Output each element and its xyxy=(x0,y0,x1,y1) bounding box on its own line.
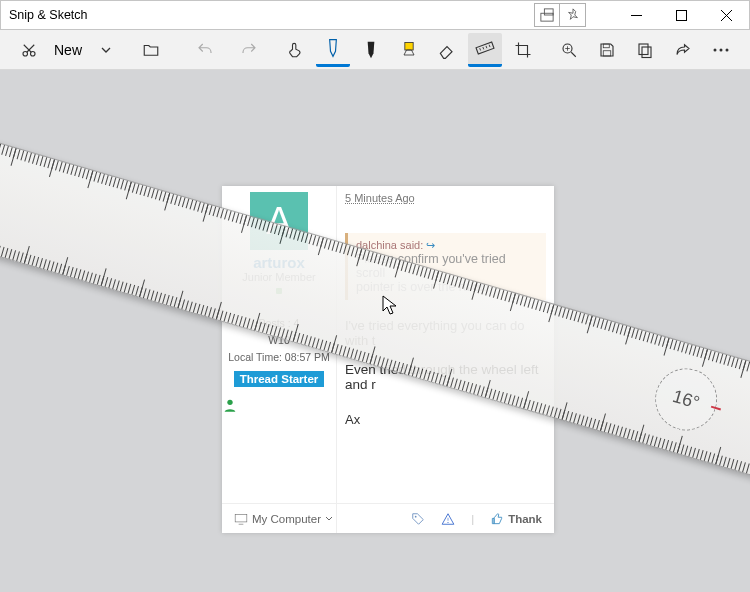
svg-rect-11 xyxy=(476,42,494,54)
title-bar: Snip & Sketch xyxy=(0,0,750,30)
tag-icon[interactable] xyxy=(411,512,425,526)
undo-button[interactable] xyxy=(188,33,222,67)
zoom-button[interactable] xyxy=(552,33,586,67)
report-icon[interactable] xyxy=(441,512,455,526)
window-title: Snip & Sketch xyxy=(1,8,88,22)
post-line2: Even tried through the wheel left and r xyxy=(345,362,546,392)
save-button[interactable] xyxy=(590,33,624,67)
post-timestamp[interactable]: 5 Minutes Ago xyxy=(345,192,415,204)
svg-line-15 xyxy=(489,45,490,47)
svg-line-13 xyxy=(483,47,484,49)
close-button[interactable] xyxy=(704,1,749,29)
svg-point-30 xyxy=(415,515,417,517)
compact-mode-button[interactable] xyxy=(535,4,560,26)
svg-point-25 xyxy=(720,48,723,51)
ballpoint-pen-button[interactable] xyxy=(316,33,350,67)
username: arturox xyxy=(222,254,336,271)
post-user-panel: A arturox Junior Member Posts : 4 W10 Lo… xyxy=(222,186,337,533)
canvas-area[interactable]: A arturox Junior Member Posts : 4 W10 Lo… xyxy=(0,70,750,592)
quote-from: dalchina said: xyxy=(356,239,423,251)
svg-point-32 xyxy=(448,521,449,522)
ruler-angle-value: 16° xyxy=(670,386,702,414)
svg-rect-1 xyxy=(544,9,553,15)
pin-button[interactable] xyxy=(560,4,585,26)
svg-rect-0 xyxy=(541,13,553,21)
profile-icon[interactable] xyxy=(222,397,336,413)
my-computer-button[interactable]: My Computer xyxy=(234,513,333,525)
pin-controls xyxy=(534,3,586,27)
more-button[interactable] xyxy=(704,33,738,67)
quote-text: Please confirm you've tried scroll point… xyxy=(356,252,538,294)
forum-post-card: A arturox Junior Member Posts : 4 W10 Lo… xyxy=(222,186,554,533)
localtime-value: 08:57 PM xyxy=(285,351,330,363)
svg-rect-21 xyxy=(603,50,611,55)
thread-starter-badge: Thread Starter xyxy=(234,371,325,387)
goto-quote-icon[interactable]: ↪ xyxy=(426,239,435,251)
quote-block: dalchina said: ↪ Please confirm you've t… xyxy=(345,233,546,300)
ruler-button[interactable] xyxy=(468,33,502,67)
svg-rect-22 xyxy=(639,44,648,55)
thank-button[interactable]: Thank xyxy=(490,512,542,526)
new-label: New xyxy=(54,42,82,58)
user-os: W10 xyxy=(222,332,336,349)
post-line1: I've tried everything you can do with t xyxy=(345,318,546,348)
svg-line-14 xyxy=(486,46,487,48)
svg-point-26 xyxy=(726,48,729,51)
new-snip-button[interactable] xyxy=(12,33,46,67)
svg-rect-23 xyxy=(642,47,651,58)
crop-button[interactable] xyxy=(506,33,540,67)
post-footer: My Computer | Thank xyxy=(222,503,554,533)
online-indicator-icon xyxy=(276,288,282,294)
my-computer-label: My Computer xyxy=(252,513,321,525)
open-file-button[interactable] xyxy=(134,33,168,67)
copy-button[interactable] xyxy=(628,33,662,67)
svg-point-24 xyxy=(714,48,717,51)
user-rank: Junior Member xyxy=(222,271,336,283)
redo-button[interactable] xyxy=(232,33,266,67)
thank-label: Thank xyxy=(508,513,542,525)
user-meta: Posts : 4 W10 Local Time: 08:57 PM xyxy=(222,315,336,365)
maximize-button[interactable] xyxy=(659,1,704,29)
svg-rect-3 xyxy=(677,10,687,20)
localtime-label: Local Time: xyxy=(228,351,282,363)
highlighter-button[interactable] xyxy=(392,33,426,67)
minimize-button[interactable] xyxy=(614,1,659,29)
svg-point-27 xyxy=(227,400,232,405)
post-body: 5 Minutes Ago dalchina said: ↪ Please co… xyxy=(337,186,554,533)
pencil-button[interactable] xyxy=(354,33,388,67)
eraser-button[interactable] xyxy=(430,33,464,67)
avatar: A xyxy=(250,192,308,250)
posts-label: Posts : xyxy=(259,317,291,329)
ruler-angle-indicator: 16° xyxy=(648,361,725,438)
touch-writing-button[interactable] xyxy=(278,33,312,67)
svg-line-12 xyxy=(480,48,481,50)
svg-rect-28 xyxy=(235,514,247,522)
svg-line-17 xyxy=(571,52,576,57)
posts-value: 4 xyxy=(294,317,300,329)
toolbar: New xyxy=(0,30,750,70)
new-dropdown[interactable] xyxy=(96,33,116,67)
post-signature: Ax xyxy=(345,412,546,427)
svg-rect-10 xyxy=(405,42,413,50)
share-button[interactable] xyxy=(666,33,700,67)
